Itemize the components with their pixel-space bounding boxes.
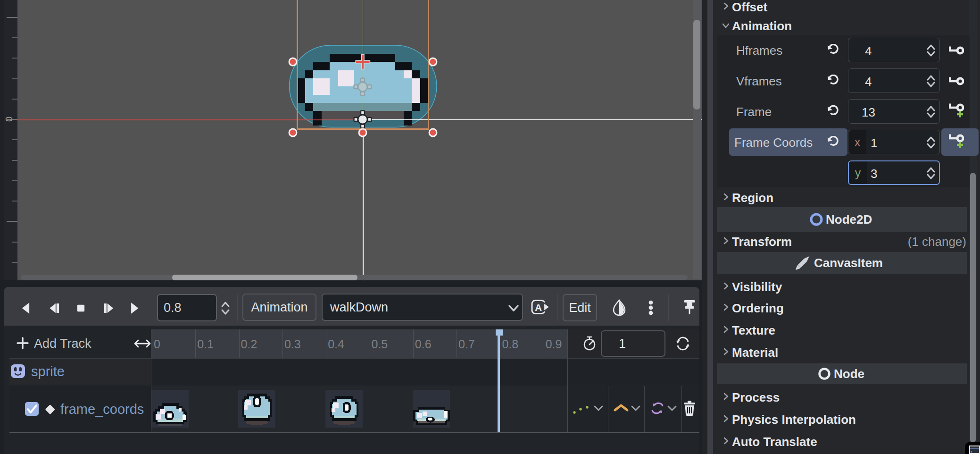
svg-text:A: A [535, 302, 542, 313]
